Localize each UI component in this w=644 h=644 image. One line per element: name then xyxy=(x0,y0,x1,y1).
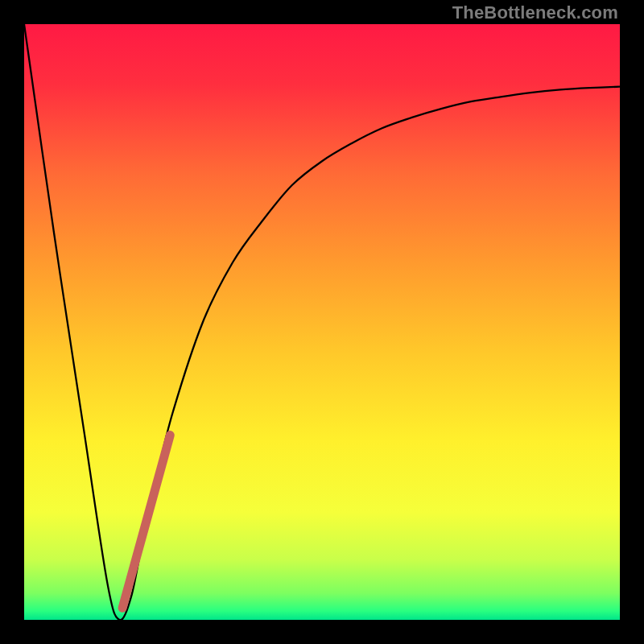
curve-layer xyxy=(24,24,620,620)
watermark: TheBottleneck.com xyxy=(452,2,618,23)
plot-area xyxy=(24,24,620,620)
highlight-segment xyxy=(122,436,170,609)
bottleneck-curve xyxy=(24,24,620,620)
chart-frame: TheBottleneck.com xyxy=(0,0,644,644)
